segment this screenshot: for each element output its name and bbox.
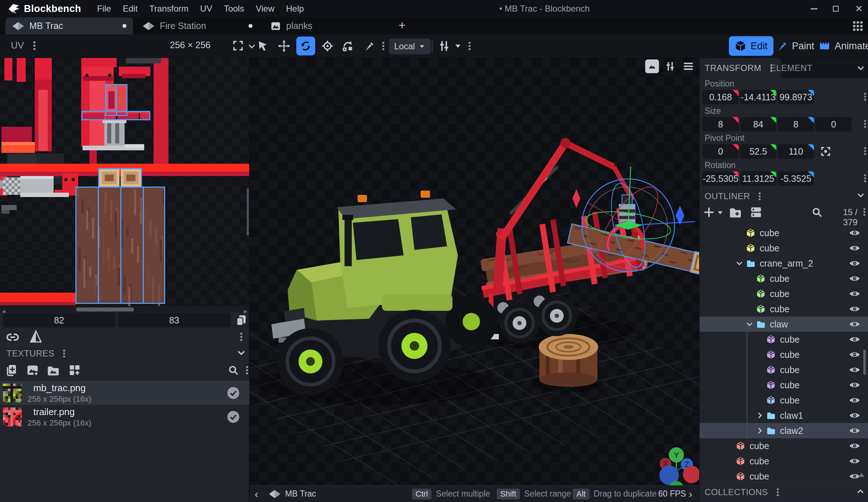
move-tool[interactable] (275, 37, 293, 55)
outliner-row-cube[interactable]: cube (700, 240, 868, 256)
position-y-input[interactable]: -14.4113 (740, 90, 776, 104)
viewport-3d[interactable]: XYZ (250, 58, 699, 485)
menu-file[interactable]: File (91, 0, 117, 17)
apps-grid-icon[interactable] (852, 20, 864, 32)
texture-group-icon[interactable] (68, 364, 81, 377)
textures-kebab-icon[interactable] (59, 349, 69, 358)
visibility-eye-icon[interactable] (849, 259, 860, 268)
toggle-list-icon[interactable] (750, 206, 763, 219)
tab-transform[interactable]: TRANSFORM (700, 58, 781, 78)
visibility-eye-icon[interactable] (849, 350, 860, 359)
menu-edit[interactable]: Edit (117, 0, 143, 17)
collections-expand-icon[interactable] (856, 487, 865, 496)
snap-settings-icon[interactable] (438, 39, 451, 53)
visibility-eye-icon[interactable] (849, 426, 860, 435)
visibility-eye-icon[interactable] (849, 289, 860, 298)
mode-animate[interactable]: Animate (813, 36, 868, 56)
link-uv-icon[interactable] (6, 330, 20, 344)
collapse-chevron-icon[interactable] (745, 320, 754, 329)
texture-applied-check-icon[interactable] (227, 410, 240, 423)
outliner-kebab-icon[interactable] (755, 192, 764, 201)
tab-mb-trac[interactable]: MB Trac (5, 17, 133, 34)
uv-menu-kebab-icon[interactable] (29, 40, 40, 51)
pivot-tool[interactable] (318, 37, 337, 55)
collections-panel[interactable]: COLLECTIONS (699, 482, 868, 502)
uv-x-input[interactable]: 82 (3, 313, 115, 327)
outliner-row-cube[interactable]: cube (700, 286, 868, 301)
outliner-row-claw2[interactable]: claw2 (700, 423, 868, 438)
texture-search-icon[interactable] (228, 364, 239, 376)
scrollbar-thumb[interactable] (76, 308, 134, 311)
mode-edit[interactable]: Edit (729, 36, 773, 56)
visibility-eye-icon[interactable] (849, 381, 860, 389)
menu-help[interactable]: Help (280, 0, 310, 17)
pivot-point-z-input[interactable]: 110 (778, 144, 814, 159)
flip-tool[interactable] (338, 37, 357, 55)
close-button[interactable]: ✕ (851, 0, 867, 17)
maximize-button[interactable] (827, 0, 844, 17)
outliner-collapse-icon[interactable] (856, 191, 865, 200)
outliner-row-cube[interactable]: cube (700, 438, 868, 453)
new-tab-button[interactable]: + (398, 18, 406, 32)
menu-view[interactable]: View (250, 0, 280, 17)
pivot-point-x-input[interactable]: 0 (702, 144, 739, 159)
visibility-eye-icon[interactable] (849, 244, 860, 252)
project-indicator[interactable]: MB Trac (268, 486, 316, 502)
visibility-eye-icon[interactable] (849, 457, 860, 465)
position-z-input[interactable]: 99.8973 (778, 90, 814, 104)
transform-space-dropdown[interactable]: Local (389, 38, 431, 54)
size-y-input[interactable]: 84 (740, 117, 776, 131)
scroll-up-arrow-icon[interactable] (858, 473, 865, 477)
select-tool[interactable] (254, 37, 272, 55)
background-image-icon[interactable] (645, 59, 659, 73)
outliner-row-claw[interactable]: claw (700, 317, 868, 332)
add-texture-icon[interactable] (5, 364, 18, 377)
visibility-eye-icon[interactable] (849, 442, 860, 450)
visibility-eye-icon[interactable] (849, 229, 860, 237)
menu-tools[interactable]: Tools (218, 0, 250, 17)
size-none-input[interactable]: 0 (815, 117, 852, 131)
texture-row-mb_trac.png[interactable]: mb_trac.png256 x 256px (16x) (0, 381, 249, 405)
pivot-point-y-input[interactable]: 52.5 (740, 144, 776, 159)
tab-fire-station[interactable]: Fire Station (136, 17, 259, 34)
tools-kebab-icon[interactable] (378, 41, 388, 51)
uv-y-input[interactable]: 83 (118, 313, 230, 327)
outliner-toolbar-kebab-icon[interactable] (860, 207, 868, 217)
outliner-row-cube[interactable]: cube (700, 301, 868, 317)
outliner-row-cube[interactable]: cube (700, 332, 868, 347)
statusbar-prev-icon[interactable]: ‹ (255, 486, 258, 502)
add-group-icon[interactable] (729, 206, 742, 219)
textures-collapse-icon[interactable] (236, 348, 246, 358)
outliner-row-crane_arm_2[interactable]: crane_arm_2 (700, 256, 868, 271)
snap-kebab-icon[interactable] (464, 41, 475, 51)
outliner-row-cube[interactable]: cube (700, 347, 868, 362)
outliner-search-icon[interactable] (811, 206, 823, 218)
copy-uv-icon[interactable] (235, 314, 248, 327)
statusbar-next-icon[interactable]: › (689, 486, 692, 502)
group-kebab-icon[interactable] (860, 119, 868, 129)
outliner-row-claw1[interactable]: claw1 (700, 408, 868, 423)
add-cube-caret-icon[interactable] (716, 209, 724, 217)
expand-chevron-icon[interactable] (755, 411, 764, 420)
size-z-input[interactable]: 8 (778, 117, 814, 131)
group-kebab-icon[interactable] (860, 92, 868, 101)
texture-row-trailer.png[interactable]: trailer.png256 x 256px (16x) (0, 405, 249, 429)
outliner-row-cube[interactable]: cube (700, 377, 868, 393)
collapse-chevron-icon[interactable] (735, 259, 744, 268)
visibility-eye-icon[interactable] (849, 320, 860, 329)
uv-row-kebab-icon[interactable] (236, 332, 246, 342)
visibility-eye-icon[interactable] (849, 305, 860, 313)
outliner-header[interactable]: OUTLINER (705, 191, 764, 201)
visibility-eye-icon[interactable] (849, 274, 860, 283)
size-x-input[interactable]: 8 (702, 117, 739, 131)
expand-chevron-icon[interactable] (755, 426, 764, 435)
visibility-eye-icon[interactable] (849, 396, 860, 405)
texture-folder-icon[interactable] (46, 364, 60, 377)
uv-horizontal-scrollbar[interactable]: ◂ ▸ (0, 306, 249, 313)
tab-element[interactable]: ELEMENT (770, 63, 813, 73)
rotation-y-input[interactable]: 11.3125 (740, 171, 776, 186)
menu-uv[interactable]: UV (195, 0, 218, 17)
rotation-z-input[interactable]: -5.3525 (778, 171, 814, 186)
focus-pivot-button[interactable] (819, 145, 832, 158)
add-cube-icon[interactable] (702, 206, 715, 219)
